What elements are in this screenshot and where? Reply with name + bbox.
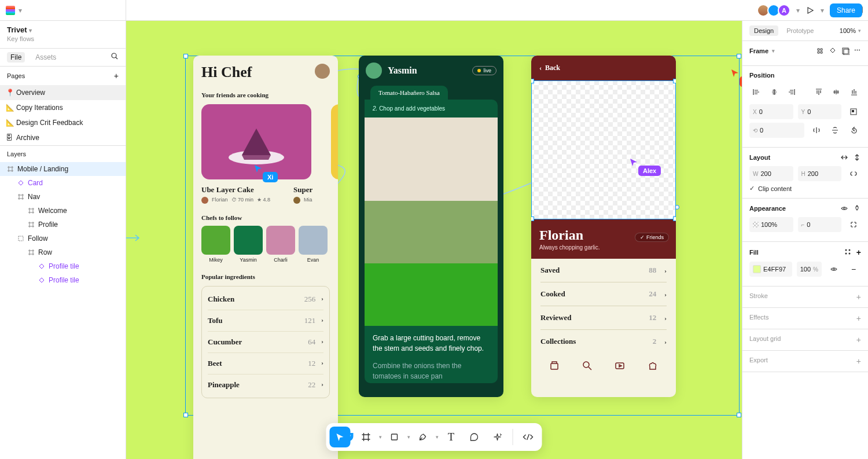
export-section[interactable]: Export+ xyxy=(742,351,868,372)
clip-content-checkbox[interactable]: ✓Clip content xyxy=(749,185,861,192)
ingredient-row[interactable]: Beet12› xyxy=(208,353,323,374)
autolayout-h-icon[interactable] xyxy=(840,153,848,161)
layer-item[interactable]: Card xyxy=(0,176,126,190)
page-design-crit[interactable]: 📐Design Crit Feedback xyxy=(0,115,126,130)
align-vcenter-icon[interactable] xyxy=(829,85,844,100)
flip-v-icon[interactable] xyxy=(827,123,843,138)
stroke-section[interactable]: Stroke+ xyxy=(742,287,868,308)
effects-section[interactable]: Effects+ xyxy=(742,308,868,329)
chef-tile[interactable]: Evan xyxy=(299,226,328,263)
layer-item[interactable]: Welcome xyxy=(0,204,126,218)
fill-opacity-field[interactable]: 100% xyxy=(797,262,822,277)
height-field[interactable]: H200 xyxy=(798,166,842,181)
width-field[interactable]: W200 xyxy=(749,166,793,181)
fill-visibility-icon[interactable] xyxy=(826,262,841,277)
move-tool[interactable] xyxy=(330,427,351,447)
align-left-icon[interactable] xyxy=(749,85,764,100)
video-icon[interactable] xyxy=(614,360,626,372)
opacity-field[interactable]: 100% xyxy=(749,217,793,232)
friends-badge[interactable]: ✓ Friends xyxy=(635,233,669,242)
radius-field[interactable]: ⌐0 xyxy=(798,217,842,232)
cooking-video-frame[interactable] xyxy=(365,117,498,326)
layer-item[interactable]: Profile tile xyxy=(0,259,126,273)
tab-prototype[interactable]: Prototype xyxy=(786,25,814,36)
ingredient-row[interactable]: Chicken256› xyxy=(208,289,323,310)
tool-chevron-icon[interactable]: ▾ xyxy=(407,434,410,440)
tab-file[interactable]: File xyxy=(7,52,25,63)
layer-item[interactable]: Profile xyxy=(0,218,126,232)
profile-image-placeholder[interactable] xyxy=(531,80,676,219)
recipe-card-peek[interactable] xyxy=(331,104,338,179)
frame-type[interactable]: Frame xyxy=(749,47,768,54)
ingredient-row[interactable]: Tofu121› xyxy=(208,310,323,332)
stat-row[interactable]: Collections2› xyxy=(540,330,667,353)
frame-tool[interactable] xyxy=(356,427,377,447)
dev-mode-tool[interactable] xyxy=(518,427,539,447)
main-menu[interactable]: ▾ xyxy=(0,0,126,20)
zoom-level[interactable]: 100%▾ xyxy=(840,25,861,36)
tab-assets[interactable]: Assets xyxy=(32,52,60,63)
chef-hat-icon[interactable] xyxy=(647,360,659,372)
search-icon[interactable] xyxy=(582,360,593,372)
file-title[interactable]: Trivet ▾ xyxy=(0,21,126,35)
tab-design[interactable]: Design xyxy=(749,25,778,36)
fill-color-field[interactable]: E4FF97 xyxy=(749,262,792,277)
tool-chevron-icon[interactable]: ▾ xyxy=(379,434,382,440)
align-bottom-icon[interactable] xyxy=(847,85,861,100)
text-tool[interactable]: T xyxy=(441,427,462,447)
chef-tile[interactable]: Charli xyxy=(266,226,295,263)
layer-item[interactable]: Profile tile xyxy=(0,273,126,287)
layer-item[interactable]: Row xyxy=(0,245,126,259)
align-hcenter-icon[interactable] xyxy=(767,85,782,100)
shape-tool[interactable] xyxy=(384,427,405,447)
mask-icon[interactable] xyxy=(841,47,849,55)
blend-icon[interactable] xyxy=(853,204,861,212)
tool-chevron-icon[interactable]: ▾ xyxy=(436,434,439,440)
component-icon[interactable] xyxy=(829,47,837,55)
chef-tile[interactable]: Yasmin xyxy=(234,226,263,263)
search-icon[interactable] xyxy=(111,52,119,63)
absolute-position-icon[interactable] xyxy=(846,104,861,119)
layer-item[interactable]: Mobile / Landing xyxy=(0,162,126,176)
comment-tool[interactable] xyxy=(464,427,485,447)
canvas[interactable]: Hi Chef Your friends are cooking Ube Lay… xyxy=(126,21,742,459)
layer-item[interactable]: Nav xyxy=(0,190,126,204)
rotation-field[interactable]: ⟲0 xyxy=(749,123,804,138)
frame-mobile-landing[interactable]: Hi Chef Your friends are cooking Ube Lay… xyxy=(193,56,338,459)
remove-fill-icon[interactable]: − xyxy=(846,262,861,277)
present-icon[interactable] xyxy=(806,6,815,15)
y-field[interactable]: Y0 xyxy=(798,104,842,119)
constrain-icon[interactable] xyxy=(846,166,861,181)
page-copy-iterations[interactable]: 📐Copy Iterations xyxy=(0,100,126,115)
corners-icon[interactable] xyxy=(846,217,861,232)
frame-live-cooking[interactable]: Yasmin live Tomato-Habañero Salsa 2. Cho… xyxy=(359,56,503,397)
styles-icon[interactable] xyxy=(844,248,852,257)
layout-grid-section[interactable]: Layout grid+ xyxy=(742,329,868,351)
add-fill-icon[interactable]: + xyxy=(856,248,861,257)
ingredient-row[interactable]: Pineapple22› xyxy=(208,374,323,395)
recipe-tab[interactable]: Tomato-Habañero Salsa xyxy=(370,86,448,100)
visibility-icon[interactable] xyxy=(840,204,848,212)
x-field[interactable]: X0 xyxy=(749,104,793,119)
avatar[interactable]: A xyxy=(778,4,790,17)
collaborator-avatars[interactable]: A xyxy=(759,4,790,17)
align-tidy-icon[interactable] xyxy=(816,47,824,55)
streamer-avatar[interactable] xyxy=(366,63,382,79)
add-page-icon[interactable]: + xyxy=(114,71,119,80)
page-overview[interactable]: 📍Overview xyxy=(0,85,126,100)
back-button[interactable]: ‹ Back xyxy=(531,56,676,80)
stat-row[interactable]: Reviewed12› xyxy=(540,306,667,330)
align-top-icon[interactable] xyxy=(811,85,826,100)
layer-item[interactable]: Follow xyxy=(0,232,126,245)
stat-row[interactable]: Cooked24› xyxy=(540,282,667,306)
pen-tool[interactable] xyxy=(413,427,433,447)
frame-profile[interactable]: ‹ Back Florian Always chopping garlic. ✓… xyxy=(531,56,676,397)
avatar-more-icon[interactable]: ▾ xyxy=(796,6,800,14)
share-button[interactable]: Share xyxy=(830,3,862,17)
actions-tool[interactable] xyxy=(487,427,508,447)
more-icon[interactable]: ⋯ xyxy=(854,47,861,55)
ingredient-row[interactable]: Cucumber64› xyxy=(208,332,323,353)
flip-h-icon[interactable] xyxy=(809,123,824,138)
user-avatar[interactable] xyxy=(315,64,330,79)
stat-row[interactable]: Saved88› xyxy=(540,259,667,282)
